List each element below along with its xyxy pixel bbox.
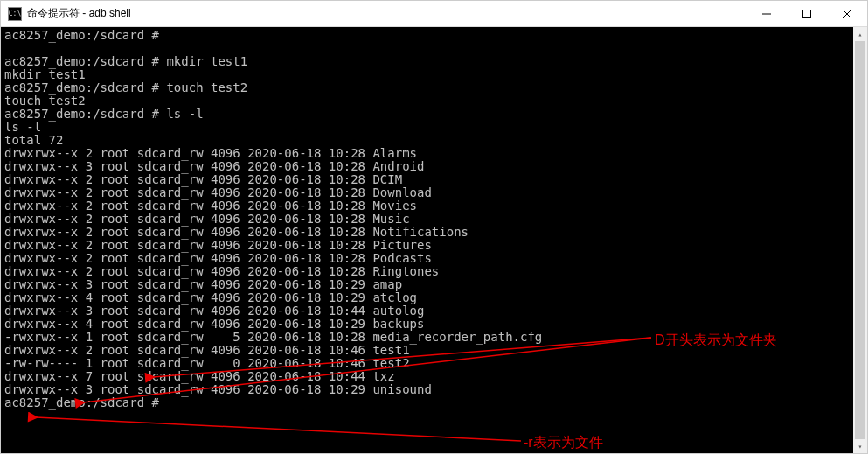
terminal-line: drwxrwx--x 2 root sdcard_rw 4096 2020-06…	[4, 213, 864, 226]
terminal-line: drwxrwx--x 2 root sdcard_rw 4096 2020-06…	[4, 199, 864, 213]
terminal-line: ac8257_demo:/sdcard #	[4, 396, 864, 409]
terminal-line: mkdir test1	[4, 68, 864, 81]
terminal-line: touch test2	[4, 94, 864, 108]
terminal-area[interactable]: ac8257_demo:/sdcard #ac8257_demo:/sdcard…	[1, 27, 867, 453]
scroll-up-button[interactable]: ▴	[853, 27, 867, 41]
terminal-output: ac8257_demo:/sdcard #ac8257_demo:/sdcard…	[4, 29, 864, 409]
terminal-line: drwxrwx--x 2 root sdcard_rw 4096 2020-06…	[4, 252, 864, 265]
terminal-line: ls -l	[4, 121, 864, 134]
window-controls	[746, 1, 867, 26]
terminal-line: ac8257_demo:/sdcard # ls -l	[4, 108, 864, 121]
terminal-line: drwxrwx--x 2 root sdcard_rw 4096 2020-06…	[4, 147, 864, 160]
terminal-line: -rwxrwx--x 1 root sdcard_rw 5 2020-06-18…	[4, 331, 864, 344]
terminal-line: drwxrwx--x 2 root sdcard_rw 4096 2020-06…	[4, 173, 864, 186]
terminal-line	[4, 42, 864, 55]
terminal-line: drwxrwx--x 3 root sdcard_rw 4096 2020-06…	[4, 160, 864, 173]
close-button[interactable]	[827, 1, 867, 26]
scroll-thumb[interactable]	[855, 41, 865, 439]
terminal-line: drwxrwx--x 4 root sdcard_rw 4096 2020-06…	[4, 291, 864, 304]
vertical-scrollbar[interactable]: ▴ ▾	[853, 27, 867, 453]
maximize-button[interactable]	[787, 1, 827, 26]
terminal-line: drwxrwx--x 4 root sdcard_rw 4096 2020-06…	[4, 318, 864, 331]
scroll-track[interactable]	[853, 41, 867, 439]
terminal-line: ac8257_demo:/sdcard # mkdir test1	[4, 55, 864, 68]
svg-rect-1	[803, 10, 811, 17]
terminal-line: drwxrwx--x 3 root sdcard_rw 4096 2020-06…	[4, 278, 864, 291]
terminal-line: total 72	[4, 134, 864, 147]
terminal-line: drwxrwx--x 3 root sdcard_rw 4096 2020-06…	[4, 304, 864, 318]
terminal-line: -rw-rw---- 1 root sdcard_rw 0 2020-06-18…	[4, 357, 864, 370]
titlebar[interactable]: C:\ 命令提示符 - adb shell	[1, 1, 867, 27]
cmd-icon: C:\	[8, 7, 22, 21]
terminal-line: drwxrwx--x 2 root sdcard_rw 4096 2020-06…	[4, 265, 864, 278]
terminal-line: drwxrwx--x 7 root sdcard_rw 4096 2020-06…	[4, 370, 864, 383]
terminal-line: ac8257_demo:/sdcard # touch test2	[4, 81, 864, 94]
minimize-button[interactable]	[746, 1, 787, 26]
terminal-line: drwxrwx--x 2 root sdcard_rw 4096 2020-06…	[4, 226, 864, 239]
terminal-line: drwxrwx--x 2 root sdcard_rw 4096 2020-06…	[4, 186, 864, 199]
terminal-line: ac8257_demo:/sdcard #	[4, 29, 864, 42]
terminal-line: drwxrwx--x 2 root sdcard_rw 4096 2020-06…	[4, 239, 864, 252]
terminal-line: drwxrwx--x 2 root sdcard_rw 4096 2020-06…	[4, 344, 864, 357]
cmd-window: C:\ 命令提示符 - adb shell ac8257_demo:/sdcar…	[0, 0, 868, 454]
window-title: 命令提示符 - adb shell	[27, 6, 746, 21]
terminal-line: drwxrwx--x 3 root sdcard_rw 4096 2020-06…	[4, 383, 864, 396]
scroll-down-button[interactable]: ▾	[853, 439, 867, 453]
